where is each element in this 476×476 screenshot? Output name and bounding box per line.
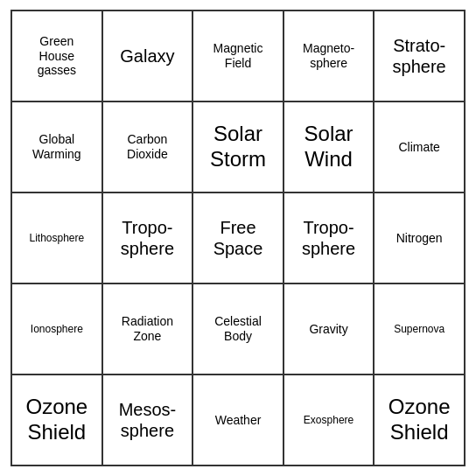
- cell-r0-c4: Strato-sphere: [374, 10, 465, 102]
- cell-r3-c3: Gravity: [284, 284, 374, 374]
- cell-r1-c3: SolarWind: [284, 102, 374, 192]
- cell-r4-c3: Exosphere: [284, 374, 374, 466]
- cell-r3-c4: Supernova: [374, 284, 465, 374]
- cell-r2-c2: FreeSpace: [192, 192, 284, 284]
- cell-r0-c2: MagneticField: [192, 10, 284, 102]
- cell-r1-c0: GlobalWarming: [11, 102, 102, 192]
- cell-r2-c1: Tropo-sphere: [102, 192, 193, 284]
- cell-r2-c3: Tropo-sphere: [284, 192, 374, 284]
- cell-r1-c4: Climate: [374, 102, 465, 192]
- cell-r3-c0: Ionosphere: [11, 284, 102, 374]
- cell-r4-c4: OzoneShield: [374, 374, 465, 466]
- cell-r1-c1: CarbonDioxide: [102, 102, 193, 192]
- cell-r0-c3: Magneto-sphere: [284, 10, 374, 102]
- bingo-table: GreenHousegassesGalaxyMagneticFieldMagne…: [10, 10, 466, 466]
- cell-r0-c1: Galaxy: [102, 10, 193, 102]
- cell-r0-c0: GreenHousegasses: [11, 10, 102, 102]
- cell-r4-c1: Mesos-sphere: [102, 374, 193, 466]
- cell-r3-c2: CelestialBody: [192, 284, 284, 374]
- cell-r3-c1: RadiationZone: [102, 284, 193, 374]
- cell-r4-c2: Weather: [192, 374, 284, 466]
- cell-r1-c2: SolarStorm: [192, 102, 284, 192]
- cell-r2-c0: Lithosphere: [11, 192, 102, 284]
- cell-r2-c4: Nitrogen: [374, 192, 465, 284]
- cell-r4-c0: OzoneShield: [11, 374, 102, 466]
